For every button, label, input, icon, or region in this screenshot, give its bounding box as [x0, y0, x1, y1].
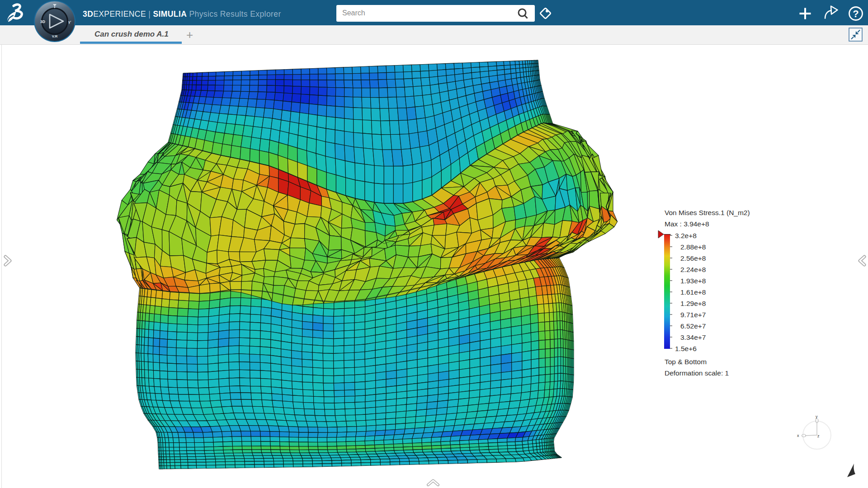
svg-text:x: x: [797, 433, 799, 438]
svg-text:z: z: [817, 434, 820, 438]
svg-text:?: ?: [853, 8, 859, 19]
svg-text:γ': γ': [68, 20, 71, 24]
svg-text:y: y: [816, 414, 818, 419]
svg-text:V.R: V.R: [52, 34, 58, 38]
svg-text:3D: 3D: [40, 19, 45, 24]
